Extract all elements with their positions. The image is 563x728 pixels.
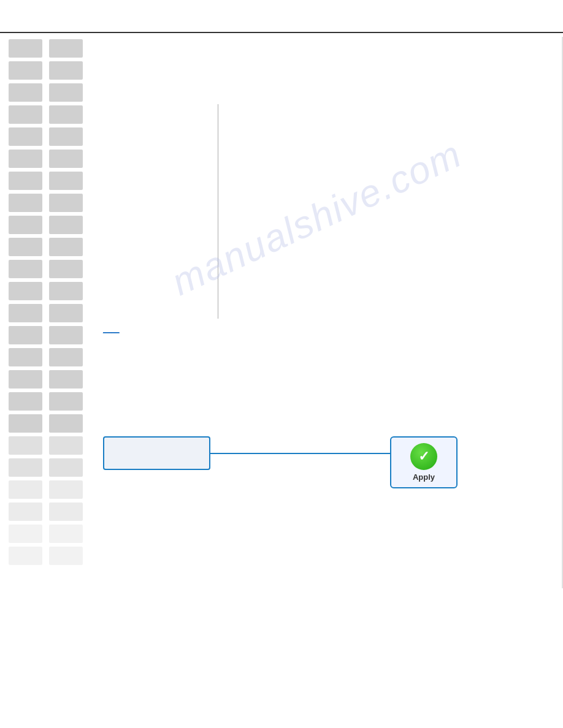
sidebar — [6, 37, 98, 723]
sidebar-cell — [9, 348, 42, 366]
sidebar-cell — [9, 39, 42, 58]
sidebar-cell — [9, 370, 42, 389]
sidebar-cell — [9, 127, 42, 146]
sidebar-cell — [9, 282, 42, 300]
apply-button[interactable]: Apply — [390, 436, 458, 488]
sidebar-cell — [9, 414, 42, 433]
sidebar-cell — [49, 194, 83, 212]
sidebar-cell — [9, 547, 42, 565]
sidebar-cell — [49, 127, 83, 146]
connector-line — [210, 453, 390, 454]
sidebar-cell — [49, 238, 83, 256]
sidebar-cell — [9, 326, 42, 344]
sidebar-cell — [49, 304, 83, 322]
sidebar-cell — [9, 260, 42, 278]
sidebar-cell — [49, 392, 83, 411]
sidebar-cell — [9, 436, 42, 455]
sidebar-cell — [9, 61, 42, 80]
sidebar-cell — [9, 216, 42, 234]
apply-button-label: Apply — [413, 472, 435, 482]
sidebar-cell — [49, 260, 83, 278]
sidebar-cell — [49, 172, 83, 190]
sidebar-cell — [9, 458, 42, 477]
sidebar-cell — [49, 502, 83, 521]
sidebar-cell — [49, 105, 83, 124]
sidebar-cell — [49, 547, 83, 565]
sidebar-cell — [49, 83, 83, 102]
sidebar-cell — [49, 370, 83, 389]
sidebar-cell — [49, 326, 83, 344]
sidebar-cell — [49, 216, 83, 234]
sidebar-cell — [49, 39, 83, 58]
sidebar-link[interactable]: ____ — [103, 325, 120, 333]
sidebar-cell — [49, 414, 83, 433]
sidebar-cell — [9, 304, 42, 322]
sidebar-cell — [49, 61, 83, 80]
sidebar-cell — [9, 502, 42, 521]
watermark: manualshive.com — [165, 132, 468, 304]
sidebar-cell — [9, 194, 42, 212]
sidebar-cell — [49, 282, 83, 300]
sidebar-cell — [9, 172, 42, 190]
sidebar-cell — [9, 525, 42, 543]
sidebar-cell — [49, 525, 83, 543]
top-border — [0, 32, 563, 33]
sidebar-cell — [9, 238, 42, 256]
sidebar-cell — [9, 480, 42, 499]
sidebar-cell — [9, 150, 42, 168]
sidebar-cell — [9, 105, 42, 124]
sidebar-cell — [49, 348, 83, 366]
checkmark-circle-icon — [410, 443, 437, 470]
text-input-field[interactable] — [103, 436, 210, 470]
sidebar-cell — [9, 83, 42, 102]
sidebar-cell — [49, 150, 83, 168]
vertical-divider-line — [218, 104, 218, 319]
sidebar-cell — [49, 458, 83, 477]
sidebar-cell — [49, 436, 83, 455]
sidebar-cell — [9, 392, 42, 411]
sidebar-grid — [6, 37, 98, 567]
sidebar-cell — [49, 480, 83, 499]
